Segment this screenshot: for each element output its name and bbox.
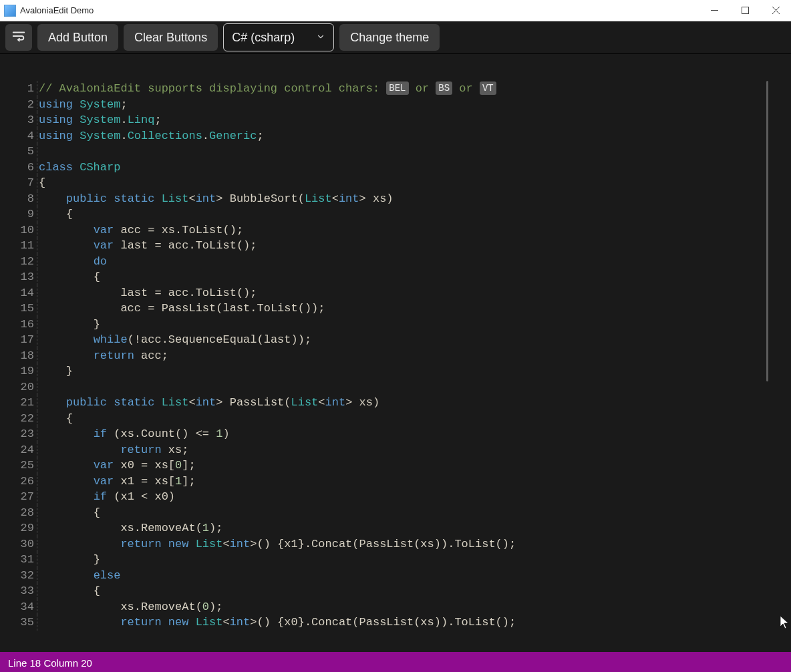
svg-rect-1 <box>742 7 748 14</box>
code-line[interactable]: 34 xs.RemoveAt(0); <box>0 599 791 615</box>
wrap-text-button[interactable] <box>5 24 32 51</box>
code-content[interactable]: { <box>37 175 45 191</box>
add-button-label: Add Button <box>48 31 108 45</box>
code-content[interactable]: } <box>37 317 100 333</box>
code-line[interactable]: 20 <box>0 379 791 395</box>
scrollbar-thumb[interactable] <box>766 81 768 381</box>
code-line[interactable]: 15 acc = PassList(last.ToList()); <box>0 301 791 317</box>
code-content[interactable]: if (xs.Count() <= 1) <box>37 426 230 442</box>
add-button[interactable]: Add Button <box>37 24 118 51</box>
line-number: 24 <box>0 442 37 458</box>
line-number: 18 <box>0 348 37 364</box>
code-line[interactable]: 35 return new List<int>() {x0}.Concat(Pa… <box>0 615 791 631</box>
code-line[interactable]: 12 do <box>0 254 791 270</box>
code-content[interactable]: public static List<int> PassList(List<in… <box>37 395 379 411</box>
control-char-badge: BEL <box>386 81 408 95</box>
code-line[interactable]: 25 var x0 = xs[0]; <box>0 458 791 474</box>
code-line[interactable]: 6class CSharp <box>0 160 791 176</box>
code-line[interactable]: 3using System.Linq; <box>0 112 791 128</box>
line-number: 19 <box>0 363 37 379</box>
code-line[interactable]: 18 return acc; <box>0 348 791 364</box>
code-line[interactable]: 21 public static List<int> PassList(List… <box>0 395 791 411</box>
code-content[interactable]: return new List<int>() {x1}.Concat(PassL… <box>37 536 516 552</box>
code-content[interactable]: public static List<int> BubbleSort(List<… <box>37 191 393 207</box>
code-line[interactable]: 10 var acc = xs.ToList(); <box>0 222 791 238</box>
code-content[interactable]: { <box>37 206 73 222</box>
code-content[interactable]: using System.Collections.Generic; <box>37 128 264 144</box>
code-content[interactable]: } <box>37 363 73 379</box>
code-content[interactable]: var x0 = xs[0]; <box>37 458 196 474</box>
code-content[interactable]: else <box>37 568 120 584</box>
line-number: 3 <box>0 112 37 128</box>
code-line[interactable]: 32 else <box>0 568 791 584</box>
code-content[interactable]: { <box>37 505 100 521</box>
code-line[interactable]: 4using System.Collections.Generic; <box>0 128 791 144</box>
code-content[interactable]: return xs; <box>37 442 188 458</box>
code-line[interactable]: 27 if (x1 < x0) <box>0 489 791 505</box>
code-line[interactable]: 28 { <box>0 505 791 521</box>
line-number: 11 <box>0 238 37 254</box>
titlebar: AvaloniaEdit Demo <box>0 0 791 21</box>
code-content[interactable]: // AvaloniaEdit supports displaying cont… <box>37 81 496 97</box>
code-line[interactable]: 5 <box>0 144 791 160</box>
minimize-button[interactable] <box>699 0 730 21</box>
code-content[interactable]: var acc = xs.ToList(); <box>37 222 243 238</box>
close-button[interactable] <box>760 0 791 21</box>
code-line[interactable]: 8 public static List<int> BubbleSort(Lis… <box>0 191 791 207</box>
code-line[interactable]: 23 if (xs.Count() <= 1) <box>0 426 791 442</box>
line-number: 28 <box>0 505 37 521</box>
change-theme-button[interactable]: Change theme <box>339 24 440 51</box>
code-line[interactable]: 9 { <box>0 206 791 222</box>
code-line[interactable]: 22 { <box>0 411 791 427</box>
line-number: 15 <box>0 301 37 317</box>
code-content[interactable]: using System; <box>37 97 128 113</box>
code-line[interactable]: 26 var x1 = xs[1]; <box>0 474 791 490</box>
line-number: 32 <box>0 568 37 584</box>
code-line[interactable]: 24 return xs; <box>0 442 791 458</box>
code-content[interactable]: while(!acc.SequenceEqual(last)); <box>37 332 311 348</box>
code-content[interactable]: if (x1 < x0) <box>37 489 175 505</box>
code-line[interactable]: 2using System; <box>0 97 791 113</box>
code-content[interactable]: xs.RemoveAt(0); <box>37 599 222 615</box>
code-content[interactable] <box>37 379 39 395</box>
code-line[interactable]: 17 while(!acc.SequenceEqual(last)); <box>0 332 791 348</box>
code-line[interactable]: 14 last = acc.ToList(); <box>0 285 791 301</box>
code-line[interactable]: 1// AvaloniaEdit supports displaying con… <box>0 81 791 97</box>
code-line[interactable]: 11 var last = acc.ToList(); <box>0 238 791 254</box>
clear-buttons-label: Clear Buttons <box>134 31 207 45</box>
wrap-text-icon <box>11 29 26 46</box>
code-content[interactable]: { <box>37 583 100 599</box>
code-content[interactable]: using System.Linq; <box>37 112 162 128</box>
code-content[interactable]: last = acc.ToList(); <box>37 285 257 301</box>
code-line[interactable]: 31 } <box>0 552 791 568</box>
code-line[interactable]: 16 } <box>0 317 791 333</box>
line-number: 12 <box>0 254 37 270</box>
code-line[interactable]: 29 xs.RemoveAt(1); <box>0 520 791 536</box>
code-content[interactable]: } <box>37 552 100 568</box>
language-combo[interactable]: C# (csharp) <box>223 23 334 51</box>
code-content[interactable]: var x1 = xs[1]; <box>37 474 196 490</box>
code-content[interactable]: acc = PassList(last.ToList()); <box>37 301 325 317</box>
code-line[interactable]: 19 } <box>0 363 791 379</box>
code-content[interactable]: do <box>37 254 107 270</box>
code-line[interactable]: 30 return new List<int>() {x1}.Concat(Pa… <box>0 536 791 552</box>
code-line[interactable]: 33 { <box>0 583 791 599</box>
clear-buttons-button[interactable]: Clear Buttons <box>124 24 218 51</box>
code-content[interactable]: xs.RemoveAt(1); <box>37 520 222 536</box>
code-content[interactable]: return acc; <box>37 348 168 364</box>
code-content[interactable]: var last = acc.ToList(); <box>37 238 257 254</box>
line-number: 27 <box>0 489 37 505</box>
code-content[interactable] <box>37 144 39 160</box>
code-line[interactable]: 7{ <box>0 175 791 191</box>
code-content[interactable]: class CSharp <box>37 160 120 176</box>
line-number: 9 <box>0 206 37 222</box>
maximize-button[interactable] <box>730 0 760 21</box>
code-line[interactable]: 13 { <box>0 269 791 285</box>
line-number: 8 <box>0 191 37 207</box>
line-number: 14 <box>0 285 37 301</box>
code-content[interactable]: { <box>37 269 100 285</box>
code-content[interactable]: { <box>37 411 73 427</box>
line-number: 21 <box>0 395 37 411</box>
code-editor[interactable]: 1// AvaloniaEdit supports displaying con… <box>0 81 791 652</box>
code-content[interactable]: return new List<int>() {x0}.Concat(PassL… <box>37 615 516 631</box>
